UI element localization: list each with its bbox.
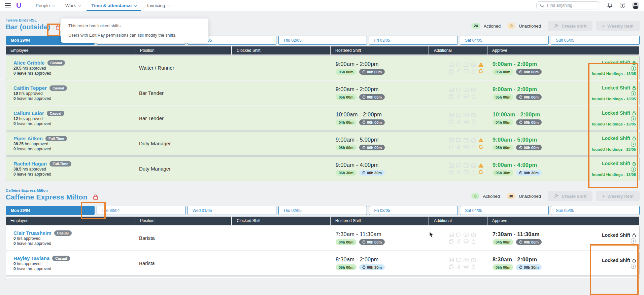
user-avatar[interactable] [632,2,639,9]
approve-cell[interactable]: 9:00am - 4:00pm 06h 30m 00h 30m [488,157,589,181]
allowance-hand-icon[interactable] [456,94,461,99]
copy-icon[interactable] [449,239,453,244]
copy-icon[interactable] [449,69,453,74]
employee-name-link[interactable]: Piper Aitken [13,136,43,141]
rostered-shift-cell[interactable]: 10:00am - 2:00pm 04h 00m 00h 00m [331,106,430,130]
nav-item-time-attendance[interactable]: Time & attendance [87,0,141,11]
employee-name-link[interactable]: Clair Truasheim [13,230,52,236]
nav-item-work[interactable]: Work [61,0,85,11]
copy-icon[interactable] [449,264,453,269]
info-icon[interactable]: i [631,91,636,96]
rostered-shift-cell[interactable]: 9:00am - 2:00pm 05h 00m 00h 00m [331,81,430,105]
weekly-item-button[interactable]: + Weekly item [596,191,640,201]
info-icon[interactable]: i [631,142,636,147]
resubmit-icon[interactable] [478,69,483,74]
roster-lock-icon[interactable] [93,194,98,200]
day-tab[interactable]: Thu 02/05 [278,36,367,45]
money-bag-icon[interactable] [471,170,476,175]
photo-icon[interactable] [449,258,454,262]
comment-icon[interactable] [456,258,461,262]
employee-name-link[interactable]: Rachel Hagan [13,161,47,167]
search-input[interactable] [547,3,594,8]
rostered-shift-cell[interactable]: 9:00am - 4:00pm 06h 30m 00h 30m [331,157,430,181]
employee-name-link[interactable]: Caitlin Tepper [13,85,47,91]
day-tab[interactable]: Sun 05/05 [551,36,640,45]
money-bag-icon[interactable] [471,69,476,74]
approve-cell[interactable]: 9:00am - 5:00pm 08h 00m 00h 00m [488,132,589,155]
photo-icon[interactable] [449,163,454,168]
rostered-shift-cell[interactable]: 8:30am - 2:00pm 05h 00m 00h 30m [331,251,430,275]
note-edit-icon[interactable] [464,232,469,237]
money-bag-icon[interactable] [471,239,476,244]
comment-icon[interactable] [456,62,461,67]
rostered-shift-cell[interactable]: 9:00am - 5:00pm 08h 00m 00h 00m [331,132,430,155]
comment-icon[interactable] [456,87,461,92]
photo-icon[interactable] [449,87,454,92]
day-tab[interactable]: Thu 02/05 [278,206,367,215]
info-icon[interactable]: i [631,66,636,71]
hamburger-menu-icon[interactable] [5,3,11,7]
copy-icon[interactable] [449,119,453,124]
note-edit-icon[interactable] [464,113,469,117]
clipboard-clock-icon[interactable] [471,62,476,67]
create-shift-button[interactable]: Create shift [548,191,592,201]
allowance-hand-icon[interactable] [456,145,461,149]
clipboard-clock-icon[interactable] [471,232,476,237]
approve-cell[interactable]: 8:30am - 2:00pm 05h 00m 00h 30m [488,251,589,275]
transport-icon[interactable] [464,119,469,124]
transport-icon[interactable] [464,94,469,99]
notifications-bell-icon[interactable] [606,2,613,9]
money-bag-icon[interactable] [471,94,476,99]
transport-icon[interactable] [464,69,469,73]
info-icon[interactable]: i [631,167,636,172]
comment-icon[interactable] [456,138,461,143]
help-icon[interactable]: ? [619,2,626,9]
rostered-shift-cell[interactable]: 7:30am - 11:30am 04h 00m 00h 00m [331,226,430,250]
info-icon[interactable]: i [631,116,636,121]
nav-item-people[interactable]: People [31,0,59,11]
warning-icon[interactable] [478,163,484,168]
day-tab[interactable]: Tue 30/04 [97,206,185,215]
photo-icon[interactable] [449,62,454,67]
employee-name-link[interactable]: Hayley Taviana [13,255,49,261]
warning-icon[interactable] [478,62,484,67]
allowance-hand-icon[interactable] [456,170,461,175]
resubmit-icon[interactable] [478,170,483,175]
rostered-shift-cell[interactable]: 9:00am - 2:00pm 05h 00m 00h 00m [331,56,430,80]
copy-icon[interactable] [449,170,453,175]
clipboard-clock-icon[interactable] [471,113,476,117]
approve-cell[interactable]: 9:00am - 2:00pm 05h 00m 00h 00m [488,81,589,105]
employee-name-link[interactable]: Alice Gribble [13,60,45,66]
weekly-item-button[interactable]: + Weekly item [596,21,640,31]
day-tab[interactable]: Sat 04/05 [460,36,549,45]
note-edit-icon[interactable] [464,87,469,92]
allowance-hand-icon[interactable] [456,69,461,74]
money-bag-icon[interactable] [471,264,476,269]
foundu-logo[interactable]: U [16,0,22,10]
note-edit-icon[interactable] [464,258,469,262]
day-tab[interactable]: Wed 01/05 [188,206,276,215]
clipboard-clock-icon[interactable] [471,163,476,168]
employee-name-link[interactable]: Callum Lalor [13,110,44,116]
day-tab[interactable]: Sun 05/05 [551,206,640,215]
clipboard-clock-icon[interactable] [471,258,476,262]
create-shift-button[interactable]: Create shift [548,21,592,31]
resubmit-icon[interactable] [478,144,483,149]
clipboard-clock-icon[interactable] [471,87,476,92]
day-tab[interactable]: Mon 29/04 [6,206,95,215]
info-icon[interactable]: i [631,238,636,244]
transport-icon[interactable] [464,170,469,174]
photo-icon[interactable] [449,232,454,237]
day-tab[interactable]: Fri 03/05 [369,206,458,215]
day-tab[interactable]: Sat 04/05 [460,206,549,215]
warning-icon[interactable] [478,138,484,143]
approve-cell[interactable]: 10:00am - 2:00pm 04h 00m 00h 00m [488,106,589,130]
copy-icon[interactable] [449,145,453,149]
photo-icon[interactable] [449,113,454,117]
photo-icon[interactable] [449,138,454,143]
roster-title[interactable]: Caffeine Express Milton [6,193,88,201]
money-bag-icon[interactable] [471,119,476,124]
transport-icon[interactable] [464,264,469,269]
copy-icon[interactable] [449,94,453,99]
note-edit-icon[interactable] [464,163,469,168]
